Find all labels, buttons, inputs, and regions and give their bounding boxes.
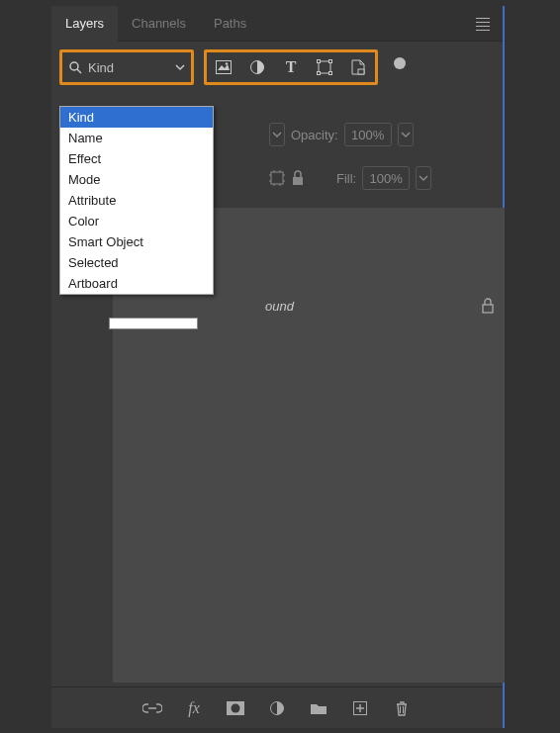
dropdown-item-name[interactable]: Name bbox=[60, 128, 213, 148]
layer-bottom-toolbar: fx bbox=[51, 687, 503, 728]
svg-rect-11 bbox=[271, 172, 283, 184]
layers-panel: Layers Channels Paths Kind bbox=[51, 6, 505, 728]
filter-toggle[interactable] bbox=[394, 57, 406, 69]
layer-name: ound bbox=[265, 299, 481, 314]
fill-value[interactable]: 100% bbox=[362, 166, 410, 190]
lock-position-icon[interactable] bbox=[269, 170, 285, 186]
svg-rect-9 bbox=[329, 72, 332, 75]
tab-paths[interactable]: Paths bbox=[200, 6, 260, 42]
filter-dropdown-menu: Kind Name Effect Mode Attribute Color Sm… bbox=[59, 106, 214, 295]
svg-rect-7 bbox=[329, 60, 332, 63]
layer-background-row[interactable]: ound bbox=[265, 293, 501, 319]
svg-rect-6 bbox=[318, 60, 321, 63]
opacity-value[interactable]: 100% bbox=[344, 123, 392, 146]
dropdown-item-selected[interactable]: Selected bbox=[60, 252, 213, 273]
dropdown-item-attribute[interactable]: Attribute bbox=[60, 190, 213, 211]
layer-mask-icon[interactable] bbox=[226, 698, 245, 718]
panel-menu-icon[interactable] bbox=[473, 14, 493, 34]
svg-rect-20 bbox=[293, 177, 303, 185]
filter-shape-icon[interactable] bbox=[308, 52, 341, 82]
adjustment-layer-icon[interactable] bbox=[267, 698, 287, 718]
filter-row: Kind T bbox=[51, 42, 503, 93]
search-icon bbox=[68, 60, 82, 74]
opacity-chevron[interactable] bbox=[398, 123, 414, 146]
filter-pixel-icon[interactable] bbox=[207, 52, 240, 82]
dropdown-item-mode[interactable]: Mode bbox=[60, 169, 213, 190]
filter-adjustment-icon[interactable] bbox=[240, 52, 274, 82]
tab-layers[interactable]: Layers bbox=[51, 6, 118, 42]
svg-rect-8 bbox=[318, 72, 321, 75]
fill-chevron[interactable] bbox=[416, 166, 431, 190]
new-layer-icon[interactable] bbox=[350, 698, 370, 718]
layer-thumbnail-partial bbox=[109, 318, 198, 329]
filter-type-buttons: T bbox=[207, 52, 375, 82]
lock-icon bbox=[481, 298, 495, 314]
svg-point-23 bbox=[232, 703, 240, 712]
dropdown-item-color[interactable]: Color bbox=[60, 211, 213, 231]
filter-type-text-icon[interactable]: T bbox=[274, 52, 308, 82]
fill-label: Fill: bbox=[336, 171, 356, 186]
svg-rect-10 bbox=[358, 69, 364, 74]
dropdown-item-smartobject[interactable]: Smart Object bbox=[60, 231, 213, 252]
filter-buttons-highlight: T bbox=[204, 49, 378, 85]
fill-row: Fill: 100% bbox=[269, 166, 431, 190]
delete-layer-icon[interactable] bbox=[392, 698, 412, 718]
layer-group-icon[interactable] bbox=[309, 698, 328, 718]
filter-smartobject-icon[interactable] bbox=[341, 52, 375, 82]
layer-effects-icon[interactable]: fx bbox=[184, 698, 204, 718]
filter-dropdown-highlight: Kind bbox=[59, 49, 194, 85]
panel-tabs: Layers Channels Paths bbox=[51, 6, 503, 42]
blend-mode-chevron[interactable] bbox=[269, 123, 285, 146]
opacity-label: Opacity: bbox=[291, 128, 338, 142]
link-layers-icon[interactable] bbox=[142, 698, 162, 718]
svg-line-1 bbox=[77, 69, 81, 73]
lock-all-icon[interactable] bbox=[291, 170, 305, 186]
svg-point-0 bbox=[70, 62, 78, 70]
dropdown-item-kind[interactable]: Kind bbox=[60, 107, 213, 128]
filter-kind-dropdown[interactable]: Kind bbox=[62, 52, 191, 82]
tab-channels[interactable]: Channels bbox=[118, 6, 200, 42]
dropdown-item-effect[interactable]: Effect bbox=[60, 148, 213, 169]
svg-rect-21 bbox=[483, 305, 493, 313]
dropdown-item-artboard[interactable]: Artboard bbox=[60, 273, 213, 294]
chevron-down-icon bbox=[175, 62, 185, 72]
opacity-row: Opacity: 100% bbox=[269, 123, 414, 146]
svg-point-3 bbox=[226, 62, 228, 64]
filter-label: Kind bbox=[88, 60, 114, 75]
